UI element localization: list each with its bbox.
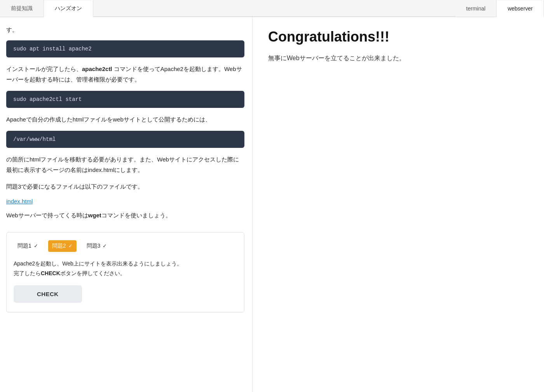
- tab-webserver[interactable]: webserver: [497, 0, 544, 17]
- tab-spacer: [93, 0, 455, 17]
- desc-apache-html: Apacheで自分の作成したhtmlファイルをwebサイトとして公開するためには…: [6, 114, 244, 125]
- main-layout: す。 sudo apt install apache2 インストールが完了したら…: [0, 17, 544, 392]
- task-tab-mondai3[interactable]: 問題3 ✓: [83, 240, 111, 252]
- left-panel: す。 sudo apt install apache2 インストールが完了したら…: [0, 17, 253, 392]
- tab-handson[interactable]: ハンズオン: [44, 0, 93, 17]
- code-block-start: sudo apache2ctl start: [6, 91, 244, 108]
- desc-html-move: の箇所にhtmlファイルを移動する必要があります。また、Webサイトにアクセスし…: [6, 154, 244, 175]
- task-description: Apache2を起動し、Web上にサイトを表示出来るようにしましょう。 完了した…: [14, 259, 237, 278]
- tab-terminal[interactable]: terminal: [455, 0, 497, 17]
- checkmark-mondai2: ✓: [68, 243, 73, 249]
- code-block-apt: sudo apt install apache2: [6, 40, 244, 57]
- code-block-varwww: /var/www/html: [6, 131, 244, 148]
- congrats-title: Congratulations!!!: [268, 29, 528, 45]
- desc-apache2ctl: インストールが完了したら、apache2ctl コマンドを使ってApache2を…: [6, 64, 244, 85]
- task-tabs: 問題1 ✓ 問題2 ✓ 問題3 ✓: [14, 240, 237, 252]
- task-tab-mondai1[interactable]: 問題1 ✓: [14, 240, 42, 252]
- desc-wget: Webサーバーで持ってくる時はwgetコマンドを使いましょう。: [6, 210, 244, 220]
- index-html-link[interactable]: index.html: [6, 198, 33, 205]
- tab-preknowledge[interactable]: 前提知識: [0, 0, 44, 17]
- intro-text: す。: [6, 25, 244, 35]
- tab-bar: 前提知識 ハンズオン terminal webserver: [0, 0, 544, 17]
- task-box: 問題1 ✓ 問題2 ✓ 問題3 ✓ Apache2を起動し、Web上にサイトを表…: [6, 232, 244, 312]
- check-button[interactable]: CHECK: [14, 285, 82, 303]
- tab-right-group: terminal webserver: [455, 0, 544, 17]
- desc-mondai3-files: 問題3で必要になるファイルは以下のファイルです。: [6, 181, 244, 192]
- task-tab-mondai2[interactable]: 問題2 ✓: [48, 240, 77, 252]
- checkmark-mondai1: ✓: [34, 243, 38, 249]
- right-panel: Congratulations!!! 無事にWebサーバーを立てることが出来まし…: [253, 17, 544, 392]
- congrats-text: 無事にWebサーバーを立てることが出来ました。: [268, 53, 528, 63]
- checkmark-mondai3: ✓: [103, 243, 107, 249]
